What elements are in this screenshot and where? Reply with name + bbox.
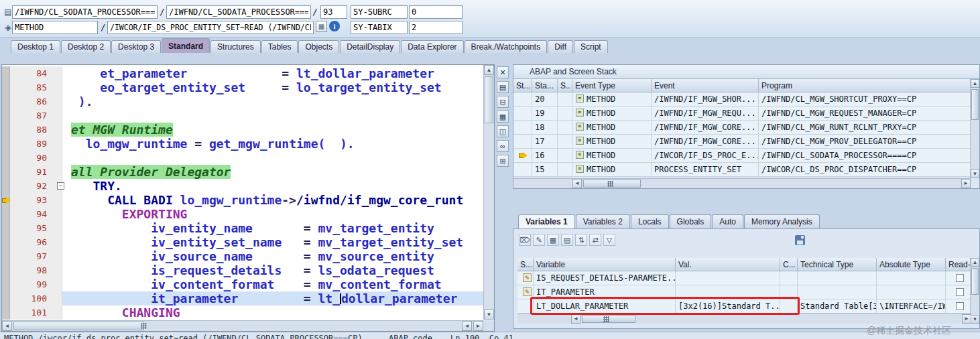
fold-toggle-icon[interactable]: −: [57, 182, 64, 190]
stack-col-event[interactable]: Event: [652, 79, 759, 92]
breakpoint-cell[interactable]: [2, 123, 10, 137]
table-display-icon[interactable]: ▦: [316, 21, 327, 32]
tab-structures[interactable]: Structures: [210, 40, 261, 53]
scroll-left-icon[interactable]: ◄: [2, 321, 12, 331]
variables-col-read-only[interactable]: Read-O...: [946, 258, 971, 271]
variable-name-cell[interactable]: IS_REQUEST_DETAILS-PARAMETE...: [534, 271, 676, 285]
breakpoint-cell[interactable]: [2, 66, 10, 80]
breakpoint-cell[interactable]: [2, 263, 10, 277]
sysvar-value-field[interactable]: [409, 5, 463, 19]
new-page-icon[interactable]: ▤: [497, 81, 509, 93]
code-text[interactable]: iv_content_format = mv_content_format: [62, 277, 483, 291]
save-icon[interactable]: [795, 235, 805, 245]
tab-desktop-3[interactable]: Desktop 3: [111, 40, 161, 53]
tab-locals[interactable]: Locals: [631, 214, 669, 228]
editor-vertical-scrollbar[interactable]: ▲ ▼: [483, 65, 494, 320]
split-view-icon[interactable]: ⊟: [497, 96, 509, 108]
event-field[interactable]: [107, 21, 314, 34]
editor-horizontal-scrollbar[interactable]: ◄ ◄ ►: [2, 320, 483, 331]
breakpoint-cell[interactable]: [2, 207, 10, 221]
read-only-checkbox[interactable]: [956, 274, 964, 282]
stack-col-level[interactable]: Sta...: [532, 79, 558, 92]
stack-row[interactable]: 19≡METHOD/IWFND/IF_MGW_REQU.../IWFND/CL_…: [513, 107, 971, 121]
splitter-handle-icon[interactable]: [603, 316, 609, 322]
stack-col-event-type[interactable]: Event Type: [572, 79, 652, 92]
stack-col-current[interactable]: St...: [513, 79, 532, 92]
tab-detaildisplay[interactable]: DetailDisplay: [340, 40, 400, 53]
stack-col-flag[interactable]: S..: [558, 79, 572, 92]
variables-col-technical-type[interactable]: Technical Type: [798, 258, 877, 271]
variable-row[interactable]: ✎IS_REQUEST_DETAILS-PARAMETE...: [517, 271, 971, 285]
tab-data-explorer[interactable]: Data Explorer: [401, 40, 463, 53]
tab-variables-1[interactable]: Variables 1: [518, 214, 575, 228]
scroll-right-icon[interactable]: ►: [961, 179, 971, 188]
stack-row[interactable]: 18≡METHOD/IWFND/IF_MGW_CORE.../IWFND/CL_…: [513, 121, 971, 135]
include-field[interactable]: [166, 5, 311, 19]
breakpoint-cell[interactable]: [2, 249, 10, 263]
read-only-checkbox[interactable]: [956, 302, 964, 310]
tab-auto[interactable]: Auto: [712, 214, 743, 228]
sysvar-name-field[interactable]: [351, 21, 408, 34]
tab-objects[interactable]: Objects: [298, 40, 339, 53]
table-view-icon[interactable]: ▦: [497, 111, 509, 123]
read-only-checkbox[interactable]: [956, 288, 964, 296]
watchpoint-icon[interactable]: ◫: [497, 125, 509, 137]
link-icon[interactable]: ∞: [497, 140, 509, 152]
variables-col-status[interactable]: S...: [517, 258, 534, 271]
splitter-handle-icon[interactable]: [607, 181, 613, 187]
variable-row[interactable]: ✎IT_PARAMETER: [517, 285, 971, 299]
stack-row[interactable]: 17≡METHOD/IWFND/IF_MGW_CORE.../IWFND/CL_…: [513, 135, 971, 149]
close-icon[interactable]: ✕: [497, 66, 509, 78]
sort-icon[interactable]: ⇅: [575, 234, 587, 246]
tab-standard[interactable]: Standard: [162, 38, 210, 53]
info-icon[interactable]: i: [329, 21, 340, 31]
stack-row[interactable]: 20≡METHOD/IWFND/IF_MGW_SHOR.../IWFND/CL_…: [513, 92, 971, 107]
code-text[interactable]: [62, 109, 483, 123]
variable-value-cell[interactable]: [676, 285, 780, 299]
scroll-left-icon[interactable]: ◄: [462, 321, 472, 331]
breakpoint-cell[interactable]: [2, 80, 10, 94]
breakpoint-cell[interactable]: [2, 165, 10, 179]
scroll-down-icon[interactable]: ▼: [971, 170, 979, 178]
variables-col-c[interactable]: C...: [780, 258, 798, 271]
tab-variables-2[interactable]: Variables 2: [576, 214, 630, 228]
tab-break-watchpoints[interactable]: Break./Watchpoints: [465, 40, 548, 53]
scroll-up-icon[interactable]: ▲: [971, 258, 979, 267]
scroll-up-icon[interactable]: ▲: [484, 65, 494, 75]
scroll-down-icon[interactable]: ▼: [971, 315, 979, 324]
delete-variable-icon[interactable]: ▤: [561, 234, 573, 246]
code-text[interactable]: [62, 151, 483, 165]
code-text[interactable]: eo_target_entity_set = lo_target_entity_…: [62, 80, 483, 94]
tab-tables[interactable]: Tables: [261, 40, 298, 53]
variables-col-absolute-type[interactable]: Absolute Type: [877, 258, 946, 271]
breakpoint-cell[interactable]: [2, 179, 10, 193]
code-text[interactable]: CHANGING: [62, 306, 483, 320]
scrollbar-thumb[interactable]: [971, 268, 979, 295]
breakpoint-cell[interactable]: [2, 151, 10, 165]
tab-globals[interactable]: Globals: [670, 214, 712, 228]
swap-icon[interactable]: ⇄: [589, 234, 601, 246]
code-text[interactable]: CALL BADI lo_mgw_runtime->/iwfnd/if_mgw_…: [62, 193, 483, 207]
variables-col-value[interactable]: Val.: [676, 258, 780, 271]
scroll-right-icon[interactable]: ►: [962, 314, 971, 324]
stack-vertical-scrollbar[interactable]: ▲ ▼: [970, 79, 979, 178]
variable-row[interactable]: LT_DOLLAR_PARAMETER[3x2(16)]Standard T..…: [517, 299, 971, 314]
breakpoint-cell[interactable]: [2, 306, 10, 320]
tab-desktop-1[interactable]: Desktop 1: [11, 40, 60, 53]
code-text[interactable]: iv_source_name = mv_source_entity: [62, 249, 483, 263]
scroll-left-icon[interactable]: ◄: [571, 314, 580, 324]
sysvar-name-field[interactable]: [351, 5, 408, 19]
code-text[interactable]: all Provider Delegator: [62, 165, 483, 179]
breakpoint-cell[interactable]: [2, 94, 10, 109]
main-program-field[interactable]: [12, 5, 158, 19]
scroll-up-icon[interactable]: ▲: [971, 79, 979, 88]
filter-icon[interactable]: ▽: [603, 234, 615, 246]
tab-desktop-2[interactable]: Desktop 2: [61, 40, 111, 53]
breakpoint-cell[interactable]: [2, 277, 10, 291]
breakpoint-cell[interactable]: [2, 109, 10, 123]
variable-name-cell[interactable]: LT_DOLLAR_PARAMETER: [534, 299, 676, 313]
change-value-icon[interactable]: ✎: [533, 234, 545, 246]
code-text[interactable]: iv_entity_name = mv_target_entity: [62, 221, 483, 235]
stack-col-program[interactable]: Program: [759, 79, 971, 92]
stack-row[interactable]: 16≡METHOD/IWCOR/IF_DS_PROC_E.../IWFND/CL…: [513, 149, 971, 163]
